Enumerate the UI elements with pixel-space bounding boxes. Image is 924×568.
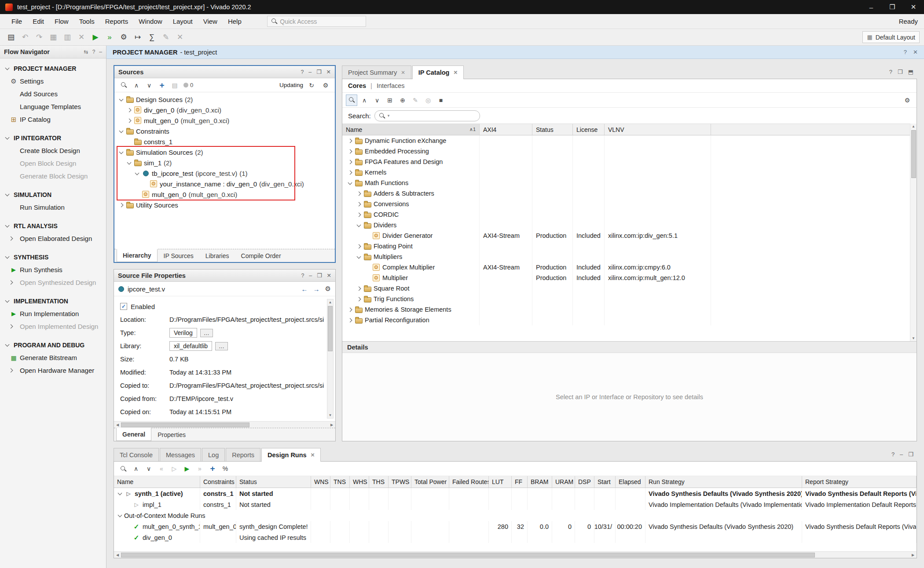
field-value-box[interactable]: xil_defaultlib [169,341,212,351]
scroll-right-icon[interactable]: ▶ [909,553,917,557]
column-header-elapsed[interactable]: Elapsed [616,476,645,488]
source-tree-item[interactable]: Constraints [114,126,335,136]
maximize-button[interactable]: ❒ [882,0,903,14]
help-icon[interactable]: ? [301,69,304,75]
tab-ip-catalog[interactable]: IP Catalog✕ [412,66,464,79]
messages-badge[interactable]: 0 [183,82,193,88]
ip-catalog-row[interactable]: Square Root [342,283,917,294]
ip-catalog-row[interactable]: Conversions [342,199,917,209]
tab-log[interactable]: Log [202,448,225,461]
source-tree-item[interactable]: constrs_1 [114,136,335,147]
close-icon[interactable]: ✕ [326,69,331,75]
scroll-left-icon[interactable]: ◀ [114,423,121,427]
ip-catalog-row[interactable]: Math Functions [342,178,917,188]
design-run-row[interactable]: Out-of-Context Module Runs [114,510,917,521]
percent-icon[interactable]: % [220,463,231,474]
tab-design-runs[interactable]: Design Runs✕ [261,448,321,462]
tab-tcl-console[interactable]: Tcl Console [114,448,159,461]
column-header-tpws[interactable]: TPWS [389,476,411,488]
scroll-left-icon[interactable]: ◀ [114,553,121,557]
flow-section-header[interactable]: PROGRAM AND DEBUG [0,339,106,351]
field-value-box[interactable]: Verilog [169,328,197,338]
add-sources-icon[interactable]: + [156,80,168,91]
ip-catalog-row[interactable]: Embedded Processing [342,146,917,157]
ip-catalog-row[interactable]: Kernels [342,167,917,178]
ip-catalog-row[interactable]: ⚙MultiplierProductionIncludedxilinx.com:… [342,273,917,283]
close-icon[interactable]: ✕ [311,452,315,458]
close-button[interactable]: ✕ [903,0,924,14]
menu-flow[interactable]: Flow [49,15,74,27]
undo-icon[interactable]: ↶ [18,31,32,44]
tab-general[interactable]: General [116,428,151,441]
flow-item-run-simulation[interactable]: Run Simulation [0,201,106,214]
flow-section-header[interactable]: SIMULATION [0,188,106,201]
column-header-failed-routes[interactable]: Failed Routes [449,476,489,488]
create-runs-icon[interactable]: + [207,463,218,474]
flow-section-header[interactable]: RTL ANALYSIS [0,219,106,232]
flow-item-create-block-design[interactable]: Create Block Design [0,144,106,157]
flow-item-ip-catalog[interactable]: ⊞IP Catalog [0,113,106,126]
source-tree-item[interactable]: Design Sources(2) [114,94,335,105]
flow-item-generate-bitstream[interactable]: ▦Generate Bitstream [0,351,106,364]
run-icon[interactable]: ▶ [89,31,102,44]
source-tree-item[interactable]: tb_ipcore_test(ipcore_test.v)(1) [114,168,335,178]
scrollbar-thumb[interactable] [911,130,916,178]
column-header-wns[interactable]: WNS [311,476,330,488]
expand-all-icon[interactable]: ∨ [143,463,154,474]
fast-forward-icon[interactable]: » [194,463,205,474]
column-header-uram[interactable]: URAM [552,476,575,488]
column-header-report-strategy[interactable]: Report Strategy [802,476,917,488]
source-tree-item[interactable]: ⚙your_instance_name : div_gen_0(div_gen_… [114,178,335,189]
settings-icon[interactable]: ⚙ [320,80,331,91]
flow-item-run-implementation[interactable]: ▶Run Implementation [0,307,106,320]
menu-reports[interactable]: Reports [100,15,134,27]
scroll-up-icon[interactable]: ▲ [329,299,332,305]
float-icon[interactable]: ❒ [316,69,321,75]
settings-icon[interactable]: ⚙ [902,95,913,106]
horizontal-scrollbar[interactable]: ◀ ▶ [114,551,917,558]
minimize-button[interactable]: – [861,0,882,14]
tab-properties[interactable]: Properties [152,428,191,441]
column-header-constraints[interactable]: Constraints [200,476,236,488]
dock-icon[interactable]: ⇆ [84,49,88,55]
design-run-row[interactable]: ✓div_gen_0Using cached IP results [114,532,917,543]
scrollbar-thumb[interactable] [121,553,815,557]
browse-button[interactable]: … [200,329,213,337]
source-tree-item[interactable]: Utility Sources [114,200,335,210]
cancel-icon[interactable]: ✕ [173,31,187,44]
minimize-panel-icon[interactable]: ‒ [99,49,102,55]
launch-runs-icon[interactable]: ▶ [181,463,193,474]
refresh-icon[interactable]: ↻ [306,80,317,91]
flow-item-open-block-design[interactable]: Open Block Design [0,157,106,170]
column-header-name[interactable]: Name∧1 [342,124,480,135]
column-header-lut[interactable]: LUT [489,476,512,488]
help-icon[interactable]: ? [92,49,95,55]
float-icon[interactable]: ❒ [898,69,903,75]
flow-item-language-templates[interactable]: Language Templates [0,100,106,113]
help-icon[interactable]: ? [904,49,907,55]
collapse-all-icon[interactable]: ∧ [130,463,142,474]
column-header-dsp[interactable]: DSP [575,476,594,488]
ip-catalog-row[interactable]: FPGA Features and Design [342,157,917,167]
interfaces-link[interactable]: Interfaces [377,82,405,89]
ip-catalog-row[interactable]: Dividers [342,220,917,230]
column-header-total-power[interactable]: Total Power [411,476,449,488]
ip-catalog-row[interactable]: Partial Reconfiguration [342,315,917,325]
source-tree-item[interactable]: Simulation Sources(2) [114,147,335,157]
cores-link[interactable]: Cores [348,82,366,89]
flow-section-header[interactable]: IP INTEGRATOR [0,131,106,144]
tab-reports[interactable]: Reports [226,448,260,461]
delete-icon[interactable]: ✕ [75,31,88,44]
add-repository-icon[interactable]: ⊕ [397,95,408,106]
ip-catalog-row[interactable]: Multipliers [342,251,917,262]
menu-window[interactable]: Window [133,15,167,27]
settings-icon[interactable]: ⚙ [325,285,331,293]
flow-section-header[interactable]: SYNTHESIS [0,251,106,263]
flow-item-settings[interactable]: ⚙Settings [0,75,106,87]
details-toggle-icon[interactable]: ■ [435,95,447,106]
menu-view[interactable]: View [198,15,223,27]
close-icon[interactable]: ✕ [327,272,331,279]
source-tree-item[interactable]: sim_1(2) [114,157,335,168]
flow-item-open-hardware-manager[interactable]: Open Hardware Manager [0,364,106,377]
ip-catalog-row[interactable]: CORDIC [342,209,917,220]
